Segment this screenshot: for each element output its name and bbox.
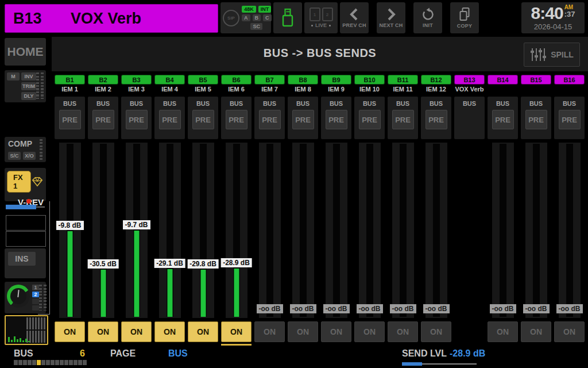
fader-slot	[433, 144, 440, 317]
send-fader-B6[interactable]: -28.9 dB	[221, 143, 252, 318]
selected-channel-header[interactable]: B13 VOX Verb	[5, 4, 218, 33]
next-channel-button[interactable]: NEXT CH	[377, 2, 405, 33]
insert-button[interactable]: INS	[8, 252, 36, 266]
usb-button[interactable]	[273, 2, 302, 33]
pre-button-B15[interactable]: PRE	[525, 110, 547, 129]
channel-select-badge-B4[interactable]: B4	[154, 75, 185, 85]
delay-button[interactable]: DLY	[21, 92, 36, 100]
channel-select-badge-B7[interactable]: B7	[254, 75, 285, 85]
send-fader-B12[interactable]: -oo dB	[421, 143, 451, 318]
pre-button-B2[interactable]: PRE	[92, 110, 114, 129]
comp-button[interactable]: COMP	[8, 139, 36, 148]
copy-button[interactable]: COPY	[450, 2, 479, 33]
on-button-B10[interactable]: ON	[354, 321, 385, 342]
on-button-B3[interactable]: ON	[121, 321, 152, 342]
channel-select-badge-B10[interactable]: B10	[354, 75, 385, 85]
pre-button-B12[interactable]: PRE	[425, 110, 447, 129]
send-fader-B8[interactable]: -oo dB	[288, 143, 318, 318]
tag-3[interactable]	[32, 298, 39, 304]
send-fader-B4[interactable]: -29.1 dB	[154, 143, 185, 318]
invert-button[interactable]: INV	[21, 72, 36, 80]
send-fader-B7[interactable]: -oo dB	[254, 143, 285, 318]
channel-select-badge-B6[interactable]: B6	[221, 75, 252, 85]
channel-select-badge-B3[interactable]: B3	[121, 75, 152, 85]
init-button[interactable]: INIT	[413, 2, 442, 33]
on-button-B14[interactable]: ON	[488, 321, 518, 342]
send-fader-B9[interactable]: -oo dB	[321, 143, 351, 318]
channel-select-badge-B2[interactable]: B2	[88, 75, 118, 85]
pre-button-B4[interactable]: PRE	[159, 110, 181, 129]
send-level-slider[interactable]	[402, 362, 477, 366]
page-value[interactable]: BUS	[168, 348, 188, 359]
channel-select-badge-B14[interactable]: B14	[488, 75, 518, 85]
channel-select-badge-B9[interactable]: B9	[321, 75, 351, 85]
selected-underline	[488, 344, 518, 346]
send-fader-B10[interactable]: -oo dB	[354, 143, 385, 318]
channel-select-badge-B16[interactable]: B16	[554, 75, 585, 85]
on-button-B4[interactable]: ON	[154, 321, 185, 342]
on-button-B7[interactable]: ON	[254, 321, 285, 342]
channel-fader-mini[interactable]	[5, 199, 46, 212]
crossover-button[interactable]: X/O	[23, 152, 36, 160]
tag-1[interactable]: 1	[32, 285, 39, 290]
insert-section[interactable]: INS	[5, 248, 46, 278]
fx1-button[interactable]: FX 1	[7, 171, 31, 193]
on-button-B11[interactable]: ON	[388, 321, 418, 342]
pre-button-B6[interactable]: PRE	[226, 110, 247, 129]
on-button-B1[interactable]: ON	[55, 321, 85, 342]
input-section[interactable]: M INV TRIM DLY	[5, 70, 46, 102]
send-fader-B11[interactable]: -oo dB	[388, 143, 418, 318]
on-button-B9[interactable]: ON	[321, 321, 351, 342]
on-button-B15[interactable]: ON	[521, 321, 551, 342]
on-button-B2[interactable]: ON	[88, 321, 118, 342]
pre-button-B10[interactable]: PRE	[359, 110, 381, 129]
pre-button-B14[interactable]: PRE	[492, 110, 514, 129]
on-button-B12[interactable]: ON	[421, 321, 451, 342]
channel-select-badge-B1[interactable]: B1	[55, 75, 85, 85]
status-panel[interactable]: SIP 48K INT A B C SC	[220, 2, 271, 33]
send-fader-B3[interactable]: -9.7 dB	[121, 143, 152, 318]
on-button-B16[interactable]: ON	[554, 321, 585, 342]
mute-button[interactable]: M	[7, 72, 20, 80]
pre-button-B7[interactable]: PRE	[259, 110, 281, 129]
home-button[interactable]: HOME	[5, 38, 46, 66]
pre-button-B11[interactable]: PRE	[392, 110, 414, 129]
trim-button[interactable]: TRIM	[21, 82, 36, 90]
pre-button-B5[interactable]: PRE	[192, 110, 214, 129]
send-fader-B16[interactable]: -oo dB	[554, 143, 585, 318]
channel-select-badge-B13[interactable]: B13	[454, 75, 485, 85]
channel-select-badge-B12[interactable]: B12	[421, 75, 451, 85]
tag-2[interactable]: 2	[32, 292, 39, 297]
pre-button-B3[interactable]: PRE	[126, 110, 148, 129]
channel-select-badge-B15[interactable]: B15	[521, 75, 551, 85]
clock-panel[interactable]: 8:40 AM :37 2026-04-15	[521, 2, 585, 33]
send-level-badge: -oo dB	[257, 304, 283, 313]
pre-button-B1[interactable]: PRE	[59, 110, 81, 129]
display-box-2[interactable]	[6, 231, 46, 247]
send-fader-B5[interactable]: -29.8 dB	[188, 143, 218, 318]
prev-channel-button[interactable]: PREV CH	[340, 2, 369, 33]
send-level-badge: -oo dB	[423, 304, 450, 313]
pre-button-B9[interactable]: PRE	[326, 110, 347, 129]
display-box-1[interactable]	[6, 215, 46, 231]
send-fader-B1[interactable]: -9.8 dB	[55, 143, 85, 318]
on-button-B5[interactable]: ON	[188, 321, 218, 342]
on-button-B6[interactable]: ON	[221, 321, 252, 342]
channel-select-badge-B8[interactable]: B8	[288, 75, 318, 85]
sidechain-button[interactable]: S/C	[8, 152, 21, 160]
send-fader-B2[interactable]: -30.5 dB	[88, 143, 118, 318]
channel-select-badge-B5[interactable]: B5	[188, 75, 218, 85]
spill-button[interactable]: SPILL	[524, 43, 580, 67]
send-fader-B14[interactable]: -oo dB	[488, 143, 518, 318]
comp-section[interactable]: COMP S/C X/O	[5, 137, 46, 162]
tag-4[interactable]	[32, 305, 39, 311]
pre-button-B8[interactable]: PRE	[292, 110, 314, 129]
meter-bridge-button[interactable]	[5, 315, 48, 345]
on-button-B8[interactable]: ON	[288, 321, 318, 342]
pan-knob[interactable]	[7, 285, 30, 308]
send-fader-B15[interactable]: -oo dB	[521, 143, 551, 318]
live-record-button[interactable]: 1 2 LIVE	[304, 2, 338, 33]
pre-button-B16[interactable]: PRE	[559, 110, 581, 129]
pan-meter	[39, 285, 47, 310]
channel-select-badge-B11[interactable]: B11	[388, 75, 418, 85]
